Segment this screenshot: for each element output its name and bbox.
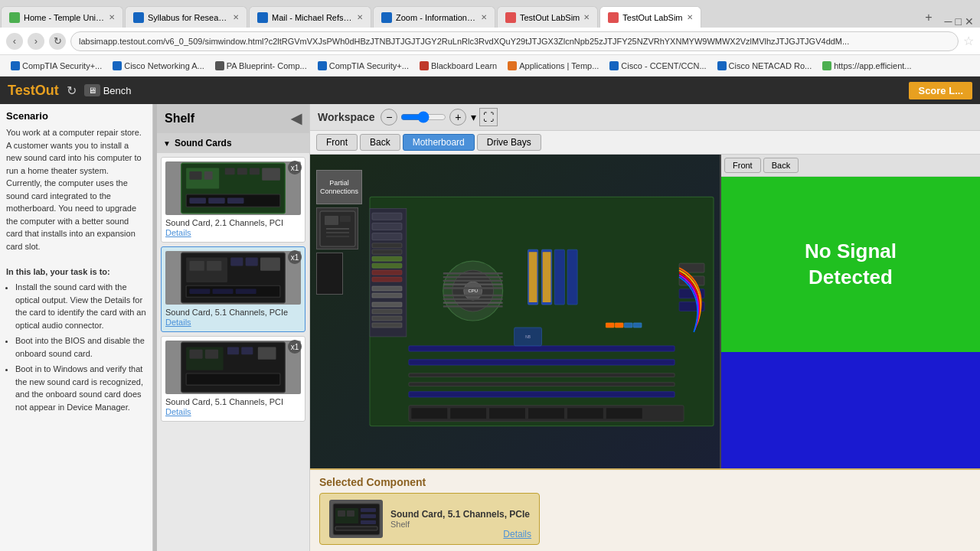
svg-rect-9 — [189, 197, 206, 204]
svg-rect-14 — [189, 261, 204, 271]
svg-rect-2 — [189, 171, 201, 180]
svg-rect-6 — [250, 168, 260, 175]
item-image — [165, 341, 301, 394]
bookmark-cisco---ccent/ccn...[interactable]: Cisco - CCENT/CCN... — [605, 60, 710, 72]
svg-text:NB: NB — [525, 335, 531, 339]
reload-button[interactable]: ↻ — [49, 33, 66, 50]
svg-rect-33 — [340, 216, 351, 222]
browser-tab-zoom[interactable]: Zoom - Information Techno...✕ — [373, 6, 495, 28]
svg-rect-45 — [443, 283, 503, 285]
app-logo: TestOut — [8, 83, 59, 99]
svg-rect-5 — [237, 168, 247, 175]
workspace-tab-motherboard[interactable]: Motherboard — [403, 134, 475, 151]
shelf-item-item2[interactable]: x1 Sound Card, 5.1 Channels, PCIe Detail… — [161, 246, 305, 332]
zoom-out-button[interactable]: − — [381, 109, 397, 126]
browser-tab-mail[interactable]: Mail - Michael Refsnider -...✕ — [249, 6, 371, 28]
shelf-arrow-button[interactable]: ◀ — [291, 110, 302, 127]
svg-rect-22 — [236, 289, 256, 294]
selected-component-section: Selected Component Sound Card, 5.1 Chann… — [310, 468, 980, 551]
close-button[interactable]: ✕ — [965, 15, 974, 28]
maximize-button[interactable]: □ — [956, 15, 962, 28]
svg-rect-75 — [372, 309, 402, 314]
svg-rect-44 — [443, 280, 503, 282]
bookmark-blackboard-learn[interactable]: Blackboard Learn — [415, 60, 501, 72]
minimize-button[interactable]: ─ — [945, 15, 952, 28]
url-input[interactable] — [70, 31, 959, 51]
svg-rect-28 — [241, 347, 253, 355]
svg-rect-71 — [372, 277, 402, 282]
scenario-panel: Scenario You work at a computer repair s… — [0, 104, 153, 551]
bookmark-https://app.efficien[interactable]: https://app.efficient... — [818, 60, 916, 72]
refresh-icon[interactable]: ↻ — [67, 83, 77, 98]
svg-rect-91 — [489, 408, 526, 419]
partial-connections-area: Partial Connections — [316, 170, 362, 295]
bookmark-pa-blueprint--comp..[interactable]: PA Blueprint- Comp... — [211, 60, 312, 72]
no-signal-blue-area — [721, 352, 980, 468]
workspace-tab-back[interactable]: Back — [360, 134, 400, 151]
app-container: TestOut ↻ 🖥 Bench Score L... Scenario Yo… — [0, 77, 980, 551]
item-details-link[interactable]: Details — [165, 407, 191, 416]
bookmark-cisco-networking-a..[interactable]: Cisco Networking A... — [108, 60, 209, 72]
svg-rect-18 — [260, 258, 280, 271]
item-image — [165, 161, 301, 215]
svg-rect-43 — [443, 276, 503, 278]
bookmark-star[interactable]: ☆ — [963, 34, 974, 48]
selected-component-content: Sound Card, 5.1 Channels, PCIe Shelf Det… — [319, 493, 971, 545]
svg-rect-99 — [361, 508, 376, 512]
zoom-in-button[interactable]: + — [449, 109, 466, 126]
scenario-text: You work at a computer repair store. A c… — [6, 126, 146, 413]
bookmark-comptia-security+...[interactable]: CompTIA Security+... — [313, 60, 413, 72]
svg-rect-21 — [213, 289, 234, 294]
cable-component[interactable] — [316, 253, 343, 295]
back-nav-button[interactable]: ‹ — [6, 33, 23, 50]
browser-tab-testout1[interactable]: TestOut LabSim✕ — [497, 6, 598, 28]
bookmark-applications-|-temp.[interactable]: Applications | Temp... — [503, 60, 603, 72]
category-label: Sound Cards — [175, 138, 232, 148]
shelf-category[interactable]: ▼ Sound Cards — [157, 133, 309, 153]
monitor-tab-front[interactable]: Front — [724, 158, 761, 173]
shelf-item-item3[interactable]: x1 Sound Card, 5.1 Channels, PCI Details — [161, 336, 305, 422]
zoom-slider[interactable] — [400, 111, 446, 123]
svg-rect-100 — [361, 514, 376, 518]
svg-rect-26 — [205, 350, 218, 359]
new-tab-button[interactable]: + — [919, 8, 938, 28]
svg-rect-61 — [409, 392, 675, 397]
svg-rect-49 — [443, 302, 503, 303]
psu-component[interactable] — [316, 207, 358, 249]
motherboard-background: Partial Connections — [310, 155, 720, 468]
fullscreen-button[interactable]: ⛶ — [479, 108, 498, 126]
workspace-tab-drive_bays[interactable]: Drive Bays — [477, 134, 541, 151]
svg-rect-17 — [246, 258, 258, 266]
forward-nav-button[interactable]: › — [28, 33, 44, 50]
selected-item-card[interactable]: Sound Card, 5.1 Channels, PCIe Shelf Det… — [319, 493, 540, 545]
score-button[interactable]: Score L... — [909, 82, 972, 99]
item-details-link[interactable]: Details — [165, 318, 191, 327]
svg-rect-69 — [372, 263, 402, 268]
partial-connections-button[interactable]: Partial Connections — [316, 170, 362, 204]
browser-tab-testout2[interactable]: TestOut LabSim✕ — [599, 6, 701, 28]
shelf-item-item1[interactable]: x1 Sound Card, 2.1 Channels, PCI Details — [161, 157, 305, 243]
svg-rect-84 — [606, 323, 614, 328]
item-image — [165, 251, 301, 305]
browser-tab-syllabus[interactable]: Syllabus for Research Met...✕ — [125, 6, 247, 28]
svg-rect-10 — [208, 197, 225, 204]
svg-rect-7 — [262, 168, 280, 181]
monitor-tab-back[interactable]: Back — [763, 158, 799, 173]
svg-rect-16 — [230, 258, 243, 266]
svg-rect-90 — [450, 408, 487, 419]
bookmark-cisco-netacad-ro...[interactable]: Cisco NETACAD Ro... — [713, 60, 817, 72]
item-details-link[interactable]: Details — [165, 228, 191, 237]
bookmark-comptia-security+...[interactable]: CompTIA Security+... — [6, 60, 106, 72]
selected-item-image — [329, 500, 383, 538]
zoom-dropdown-button[interactable]: ▾ — [471, 111, 476, 123]
workspace-tab-front[interactable]: Front — [316, 134, 358, 151]
workspace-panel: Workspace − + ▾ ⛶ FrontBackMotherboardDr… — [310, 104, 980, 551]
item-label: Sound Card, 2.1 Channels, PCI — [165, 218, 301, 227]
svg-rect-27 — [227, 347, 239, 355]
svg-rect-59 — [409, 373, 675, 377]
browser-tab-home[interactable]: Home - Temple University✕ — [1, 6, 123, 28]
selected-details-link[interactable]: Details — [503, 529, 531, 540]
svg-rect-67 — [372, 249, 402, 254]
svg-rect-3 — [204, 171, 213, 180]
no-signal-green-area: No SignalDetected — [721, 177, 980, 352]
